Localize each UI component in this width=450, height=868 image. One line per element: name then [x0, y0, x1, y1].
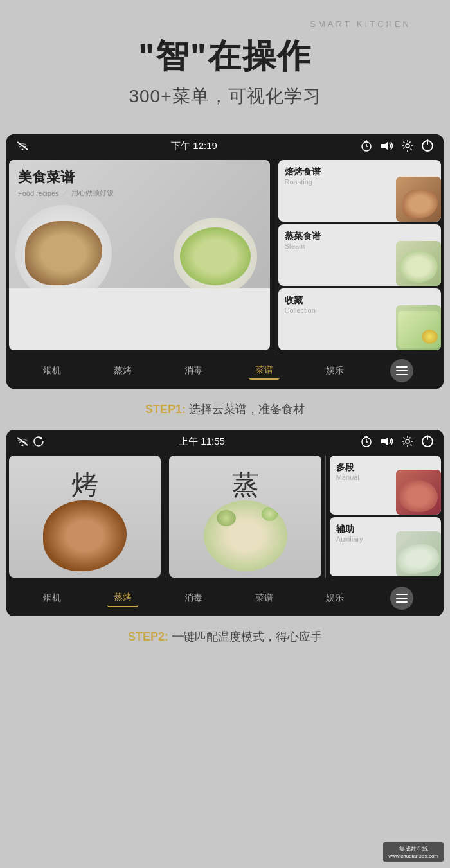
status-bar-1: 下午 12:19 — [6, 134, 444, 157]
bottom-nav-1: 烟机 蒸烤 消毒 菜谱 娱乐 — [6, 353, 444, 389]
collection-card[interactable]: 收藏 Collection — [278, 288, 441, 350]
screen2-content: 烤 Broil 蒸 Steam 多段 Manual — [6, 453, 444, 580]
step1-highlight: STEP1: — [145, 403, 186, 416]
food-on-plate-1 — [25, 221, 102, 285]
menu-line-1 — [396, 366, 408, 368]
hero-title: "智"在操作 — [13, 34, 437, 79]
svg-marker-7 — [381, 141, 388, 150]
timer-icon — [360, 139, 373, 152]
roast-sub: Roasting — [285, 178, 435, 186]
steam-recipe-card[interactable]: 蒸菜食谱 Steam — [278, 224, 441, 286]
hero-subtitle: 300+菜单，可视化学习 — [13, 84, 437, 109]
step1-text: 选择云菜谱，准备食材 — [189, 403, 305, 416]
broil-title: 烤 — [71, 467, 98, 503]
steam2-food — [204, 500, 287, 571]
roast-title: 焙烤食谱 — [285, 166, 435, 178]
menu-line-5 — [396, 598, 408, 599]
nav-menu-btn-1[interactable] — [390, 359, 413, 382]
timer-icon-2 — [360, 435, 373, 448]
steam-sub: Steam — [285, 242, 435, 250]
food-recipes-label: Food recipes — [18, 190, 59, 197]
nav-item-yanji-1[interactable]: 烟机 — [37, 362, 68, 379]
manual-card[interactable]: 多段 Manual — [330, 456, 441, 515]
steam2-card[interactable]: 蒸 Steam — [169, 456, 321, 578]
broil-card[interactable]: 烤 Broil — [9, 456, 161, 578]
nav-item-yule-1[interactable]: 娱乐 — [320, 362, 350, 379]
right-cards-2: 多段 Manual 辅助 Auxiliary — [330, 456, 441, 578]
menu-line-4 — [396, 594, 408, 595]
nav-menu-btn-2[interactable] — [390, 587, 413, 610]
status-bar-2: 上午 11:55 — [6, 430, 444, 453]
menu-line-3 — [396, 374, 408, 375]
divider-3 — [325, 456, 326, 578]
step1-label: STEP1: 选择云菜谱，准备食材 — [0, 389, 450, 430]
step2-highlight: STEP2: — [128, 630, 168, 643]
svg-point-10 — [22, 445, 24, 447]
menu-line-6 — [396, 601, 408, 603]
brand-label: SMART KITCHEN — [13, 19, 437, 29]
status-right-2 — [360, 435, 433, 448]
right-cards: 焙烤食谱 Roasting 蒸菜食谱 Steam 收藏 — [278, 160, 441, 350]
svg-point-18 — [406, 439, 410, 443]
settings-icon[interactable] — [401, 139, 414, 152]
status-time-2: 上午 11:55 — [179, 436, 225, 448]
nav-item-caipu-2[interactable]: 菜谱 — [249, 590, 280, 607]
svg-marker-17 — [381, 437, 388, 446]
food-on-plate-2 — [180, 227, 251, 285]
collect-title: 收藏 — [285, 295, 435, 306]
slash-icon: ／ — [62, 188, 69, 198]
nav-item-yule-2[interactable]: 娱乐 — [320, 590, 350, 607]
aux-sub: Auxiliary — [336, 535, 435, 543]
power-icon[interactable] — [422, 140, 433, 152]
divider-1 — [274, 160, 274, 350]
bottom-nav-2: 烟机 蒸烤 消毒 菜谱 娱乐 — [6, 580, 444, 616]
status-right-1 — [360, 139, 433, 152]
roast-recipe-card[interactable]: 焙烤食谱 Roasting — [278, 160, 441, 222]
manual-sub: Manual — [336, 474, 435, 481]
broil-food — [43, 500, 127, 571]
food-recipes-desc: 用心做顿好饭 — [71, 188, 114, 198]
step2-text: 一键匹配温度模式，得心应手 — [172, 630, 322, 643]
nav-item-xiaodu-2[interactable]: 消毒 — [178, 590, 209, 607]
auxiliary-card[interactable]: 辅助 Auxiliary — [330, 517, 441, 576]
main-card-sub: Food recipes ／ 用心做顿好饭 — [18, 188, 114, 198]
settings-icon-2[interactable] — [401, 435, 414, 448]
svg-point-1 — [22, 149, 24, 151]
manual-title: 多段 — [336, 462, 435, 474]
svg-point-8 — [406, 144, 410, 148]
wifi-off-icon-2 — [17, 437, 28, 446]
collect-sub: Collection — [285, 306, 435, 314]
nav-item-zhengkao-1[interactable]: 蒸烤 — [107, 362, 138, 379]
watermark: 集成灶在线 www.chudian365.com — [383, 842, 444, 862]
status-left-1 — [17, 141, 28, 150]
status-left-2 — [17, 436, 44, 447]
steam2-title: 蒸 — [232, 467, 259, 503]
main-recipe-card[interactable]: 美食菜谱 Food recipes ／ 用心做顿好饭 — [9, 160, 270, 350]
wifi-off-icon — [17, 141, 28, 150]
nav-item-zhengkao-2[interactable]: 蒸烤 — [107, 589, 138, 607]
step2-label: STEP2: 一键匹配温度模式，得心应手 — [0, 616, 450, 651]
volume-icon — [381, 141, 393, 151]
nav-item-caipu-1[interactable]: 菜谱 — [249, 362, 280, 380]
menu-line-2 — [396, 370, 408, 371]
steam-title: 蒸菜食谱 — [285, 231, 435, 242]
status-time-1: 下午 12:19 — [171, 140, 217, 152]
watermark-line2: www.chudian365.com — [388, 853, 438, 859]
power-icon-2[interactable] — [422, 436, 433, 447]
top-section: SMART KITCHEN "智"在操作 300+菜单，可视化学习 — [0, 0, 450, 134]
volume-icon-2 — [381, 436, 393, 447]
divider-2 — [165, 456, 165, 578]
main-card-text: 美食菜谱 Food recipes ／ 用心做顿好饭 — [18, 168, 114, 198]
main-plate-left — [15, 205, 112, 288]
device-screen-2: 上午 11:55 烤 Broil — [6, 430, 444, 616]
screen1-content: 美食菜谱 Food recipes ／ 用心做顿好饭 焙烤食谱 — [6, 157, 444, 353]
nav-item-yanji-2[interactable]: 烟机 — [37, 590, 68, 607]
refresh-icon — [33, 436, 44, 447]
watermark-line1: 集成灶在线 — [388, 845, 438, 853]
main-card-title: 美食菜谱 — [18, 168, 114, 187]
aux-title: 辅助 — [336, 524, 435, 535]
nav-item-xiaodu-1[interactable]: 消毒 — [178, 362, 209, 379]
device-screen-1: 下午 12:19 美食菜谱 — [6, 134, 444, 389]
main-plate-right — [174, 218, 257, 288]
